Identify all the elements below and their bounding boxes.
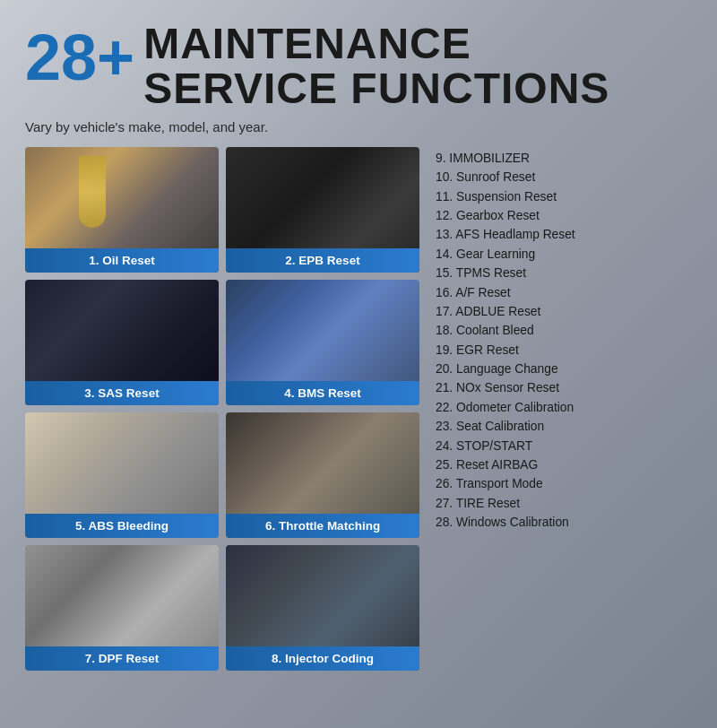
list-item-14: 14. Gear Learning: [436, 245, 692, 264]
list-item-22: 22. Odometer Calibration: [436, 398, 692, 417]
service-label-2: 2. EPB Reset: [226, 248, 419, 273]
list-item-28: 28. Windows Calibration: [436, 513, 692, 532]
grid-item-5: 5. ABS Bleeding: [25, 412, 219, 538]
title-line1: MAINTENANCE: [143, 22, 609, 66]
list-item-25: 25. Reset AIRBAG: [436, 455, 692, 474]
list-item-17: 17. ADBLUE Reset: [436, 302, 692, 321]
list-item-26: 26. Transport Mode: [436, 474, 692, 493]
list-item-13: 13. AFS Headlamp Reset: [436, 225, 692, 244]
service-label-3: 3. SAS Reset: [25, 381, 219, 405]
service-grid: 1. Oil Reset 2. EPB Reset 3. SAS Reset 4…: [25, 147, 419, 671]
page-container: 28+ MAINTENANCE SERVICE FUNCTIONS Vary b…: [25, 22, 692, 671]
list-item-9: 9. IMMOBILIZER: [436, 149, 692, 168]
list-item-15: 15. TPMS Reset: [436, 264, 692, 282]
service-label-4: 4. BMS Reset: [226, 381, 419, 405]
list-item-16: 16. A/F Reset: [436, 282, 692, 301]
main-content: 1. Oil Reset 2. EPB Reset 3. SAS Reset 4…: [25, 147, 692, 671]
grid-item-6: 6. Throttle Matching: [226, 412, 419, 538]
list-item-11: 11. Suspension Reset: [436, 187, 692, 206]
grid-item-8: 8. Injector Coding: [226, 545, 419, 671]
header: 28+ MAINTENANCE SERVICE FUNCTIONS: [25, 22, 692, 112]
list-item-27: 27. TIRE Reset: [436, 494, 692, 513]
grid-item-3: 3. SAS Reset: [25, 280, 219, 405]
grid-item-1: 1. Oil Reset: [25, 147, 219, 273]
service-label-1: 1. Oil Reset: [25, 248, 219, 273]
header-text: MAINTENANCE SERVICE FUNCTIONS: [143, 22, 609, 112]
service-label-5: 5. ABS Bleeding: [25, 514, 219, 538]
title-line2: SERVICE FUNCTIONS: [143, 66, 609, 111]
subtitle: Vary by vehicle's make, model, and year.: [25, 119, 692, 134]
service-label-6: 6. Throttle Matching: [226, 514, 419, 538]
service-label-7: 7. DPF Reset: [25, 646, 219, 671]
list-item-24: 24. STOP/START: [436, 436, 692, 455]
list-item-12: 12. Gearbox Reset: [436, 206, 692, 225]
list-item-21: 21. NOx Sensor Reset: [436, 378, 692, 397]
list-item-20: 20. Language Change: [436, 360, 692, 378]
list-item-18: 18. Coolant Bleed: [436, 321, 692, 340]
list-item-23: 23. Seat Calibration: [436, 417, 692, 436]
service-label-8: 8. Injector Coding: [226, 646, 419, 671]
list-item-19: 19. EGR Reset: [436, 341, 692, 360]
main-number: 28+: [25, 25, 134, 90]
grid-item-4: 4. BMS Reset: [226, 280, 419, 405]
service-list: 9. IMMOBILIZER10. Sunroof Reset11. Suspe…: [436, 147, 692, 671]
grid-item-2: 2. EPB Reset: [226, 147, 419, 273]
grid-item-7: 7. DPF Reset: [25, 545, 219, 671]
list-item-10: 10. Sunroof Reset: [436, 168, 692, 186]
